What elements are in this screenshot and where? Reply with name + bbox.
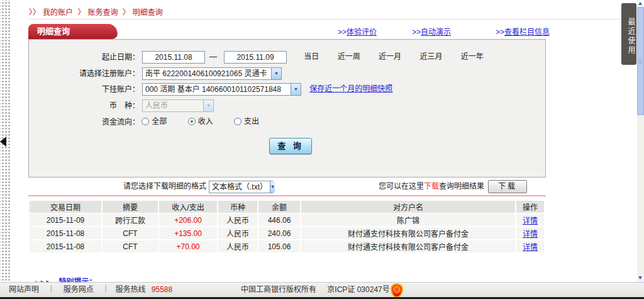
scrollbar-thumb[interactable] <box>637 7 644 115</box>
radio-income-label[interactable]: 收入 <box>198 117 213 126</box>
cell-currency: 人民币 <box>218 227 257 239</box>
cell-counterparty: 财付通支付科技有限公司客户备付金 <box>301 227 515 239</box>
cell-date: 2015-11-08 <box>30 227 101 239</box>
quick-range-today[interactable]: 当日 <box>304 52 319 61</box>
cell-counterparty: 财付通支付科技有限公司客户备付金 <box>301 240 515 252</box>
fund-flow-label: 资金流向： <box>29 115 140 129</box>
page-title-tab: 明细查询 <box>28 24 103 39</box>
breadcrumb: 〉〉我的账户 〉账务查询 〉明细查询 <box>29 6 165 17</box>
save-snapshot-link[interactable]: 保存近一个月的明细快照 <box>309 84 392 93</box>
date-range-label: 起止日期： <box>29 50 140 64</box>
link-arrows: >> <box>412 28 421 37</box>
table-row: 2015-11-08 CFT +70.00 人民币 105.06 财付通支付科技… <box>30 240 544 252</box>
footer-links: 网站声明 ｜ 服务网点 ｜ 服务热线 95588 <box>6 283 172 297</box>
cell-summary: CFT <box>103 240 158 252</box>
chevron-down-icon: ▼ <box>203 100 213 111</box>
table-top-divider <box>28 195 546 196</box>
date-from-input[interactable]: 2015.11.08 <box>142 51 205 64</box>
footer-icp: 京ICP证 030247号 <box>327 285 389 294</box>
currency-label: 币 种： <box>29 99 140 113</box>
footer-copyright: 中国工商银行版权所有 <box>241 285 316 294</box>
recently-used-side-tab[interactable]: 最近使用 <box>621 3 636 65</box>
download-hint-keyword: 下载 <box>424 182 439 191</box>
date-to-input[interactable]: 2015.11.09 <box>224 51 287 64</box>
query-form-panel: 起止日期：2015.11.08—2015.11.09 当日 近一周 近一月 近三… <box>28 39 546 178</box>
sub-account-label: 下挂账户： <box>29 82 140 96</box>
cell-balance: 240.06 <box>258 227 300 239</box>
chevron-down-icon: ▼ <box>271 68 281 79</box>
footer-separator: ｜ <box>47 285 55 294</box>
cell-date: 2015-11-09 <box>30 214 101 226</box>
quick-range-year[interactable]: 近一年 <box>461 52 484 61</box>
register-account-label: 请选择注册账户： <box>29 67 140 81</box>
view-column-info-link[interactable]: >>查看栏目信息 <box>496 26 550 37</box>
quick-range-week[interactable]: 近一周 <box>338 52 360 61</box>
cell-date: 2015-11-08 <box>30 240 101 252</box>
fund-flow-row: 资金流向： 全部 收入 支出 <box>29 115 278 128</box>
footer-link-branches[interactable]: 服务网点 <box>64 285 94 294</box>
quick-range-quarter[interactable]: 近三月 <box>419 52 442 61</box>
footer: 网站声明 ｜ 服务网点 ｜ 服务热线 95588 中国工商银行版权所有 京ICP… <box>0 282 644 297</box>
radio-income[interactable] <box>188 118 196 125</box>
link-label: 查看栏目信息 <box>504 28 550 37</box>
query-button[interactable]: 查 询 <box>269 138 312 154</box>
cell-summary: 跨行汇款 <box>103 214 158 226</box>
chevron-down-icon: ▼ <box>270 181 275 193</box>
cell-balance: 105.06 <box>258 240 300 252</box>
header-counterparty: 对方户名 <box>301 201 515 213</box>
transaction-table: 交易日期 摘要 收入/支出 币种 余额 对方户名 操作 2015-11-09 跨… <box>28 200 545 254</box>
auto-demo-link[interactable]: >>自动演示 <box>412 26 451 37</box>
header-action: 操作 <box>516 201 544 213</box>
cell-amount: +135.00 <box>159 227 217 239</box>
quick-range-month[interactable]: 近一月 <box>379 52 401 61</box>
sub-account-value: 000 活期 基本户 1406600101102571848 <box>143 84 291 95</box>
sidebar-collapse-arrow[interactable] <box>0 137 6 147</box>
download-format-select[interactable]: 文本格式（.txt）▼ <box>209 181 273 193</box>
download-hint-suffix: 查询明细结果 <box>439 182 484 191</box>
register-account-value: 南平 6222001406100921065 灵通卡 <box>143 68 271 79</box>
radio-all-label[interactable]: 全部 <box>152 117 167 126</box>
table-row: 2015-11-08 CFT +135.00 人民币 240.06 财付通支付科… <box>30 227 544 239</box>
header-balance: 余额 <box>258 201 300 213</box>
footer-copyright-group: 中国工商银行版权所有 京ICP证 030247号 <box>241 283 390 297</box>
chevron-down-icon: ▼ <box>291 84 301 95</box>
date-range-row: 起止日期：2015.11.08—2015.11.09 当日 近一周 近一月 近三… <box>29 50 500 64</box>
cell-balance: 446.06 <box>258 214 300 226</box>
scroll-down-arrow-icon[interactable] <box>637 274 644 281</box>
currency-select-disabled: 人民币▼ <box>142 99 214 112</box>
header-amount: 收入/支出 <box>159 201 217 213</box>
header-currency: 币种 <box>218 201 257 213</box>
footer-link-statement[interactable]: 网站声明 <box>9 285 39 294</box>
register-account-row: 请选择注册账户：南平 6222001406100921065 灵通卡▼ <box>29 66 282 80</box>
sub-account-select[interactable]: 000 活期 基本户 1406600101102571848▼ <box>142 83 301 96</box>
page-title: 明细查询 <box>37 26 70 36</box>
download-format-label: 请您选择下载明细的格式 <box>123 182 206 191</box>
radio-expense-label[interactable]: 支出 <box>244 117 259 126</box>
icbc-detail-query-page: { "breadcrumb": { "lead": "〉〉", "sep": "… <box>0 0 644 299</box>
radio-all[interactable] <box>142 118 149 125</box>
radio-expense[interactable] <box>234 118 242 125</box>
breadcrumb-item-detail-query[interactable]: 明细查询 <box>133 8 163 17</box>
breadcrumb-divider <box>28 19 623 20</box>
download-hint-prefix: 您可以在这里 <box>379 182 424 191</box>
currency-row: 币 种：人民币▼ <box>29 98 214 112</box>
vertical-scrollbar[interactable] <box>637 0 644 282</box>
breadcrumb-item-my-account[interactable]: 我的账户 <box>43 8 73 17</box>
breadcrumb-item-account-query[interactable]: 账务查询 <box>87 8 118 17</box>
download-format-group: 请您选择下载明细的格式文本格式（.txt）▼ <box>123 180 273 193</box>
breadcrumb-separator: 〉 <box>77 8 85 17</box>
table-header-row: 交易日期 摘要 收入/支出 币种 余额 对方户名 操作 <box>30 201 544 213</box>
cell-summary: CFT <box>103 227 158 239</box>
breadcrumb-lead: 〉〉 <box>29 8 40 17</box>
currency-value: 人民币 <box>143 100 203 111</box>
detail-link[interactable]: 详情 <box>523 217 538 225</box>
experience-rating-link[interactable]: >>体验评价 <box>338 26 377 37</box>
download-button[interactable]: 下载 <box>488 180 527 193</box>
download-format-value: 文本格式（.txt） <box>209 181 270 193</box>
scroll-up-arrow-icon[interactable] <box>637 0 644 7</box>
footer-separator: ｜ <box>102 285 109 294</box>
link-arrows: >> <box>338 28 347 37</box>
detail-link[interactable]: 详情 <box>523 230 538 239</box>
detail-link[interactable]: 详情 <box>523 243 538 252</box>
register-account-select[interactable]: 南平 6222001406100921065 灵通卡▼ <box>142 67 282 80</box>
